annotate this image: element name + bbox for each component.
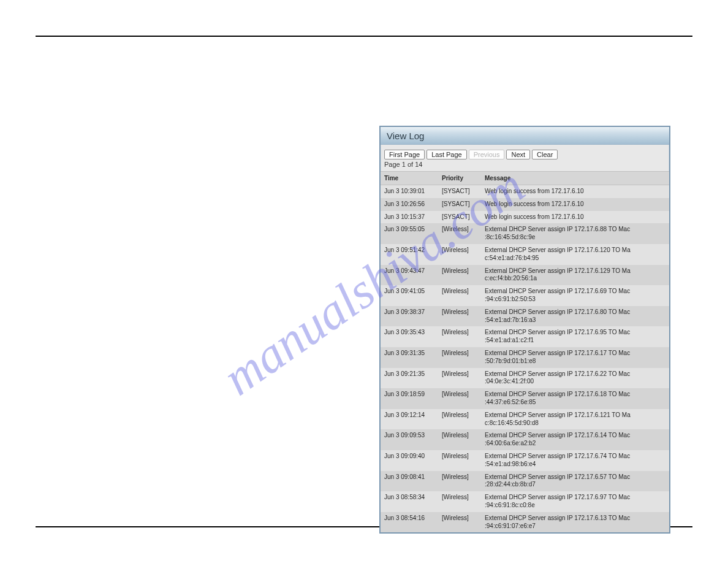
- cell-time: Jun 3 09:21:35: [381, 368, 438, 389]
- cell-message: External DHCP Server assign IP 172.17.6.…: [481, 326, 669, 347]
- cell-message: External DHCP Server assign IP 172.17.6.…: [481, 429, 669, 450]
- table-row: Jun 3 09:09:40[Wireless]External DHCP Se…: [381, 450, 669, 471]
- cell-priority: [Wireless]: [438, 306, 481, 327]
- col-header-priority: Priority: [438, 172, 481, 185]
- cell-priority: [Wireless]: [438, 409, 481, 430]
- table-row: Jun 3 09:12:14[Wireless]External DHCP Se…: [381, 409, 669, 430]
- cell-time: Jun 3 09:38:37: [381, 306, 438, 327]
- cell-message: Web login success from 172.17.6.10: [481, 198, 669, 211]
- cell-message: Web login success from 172.17.6.10: [481, 185, 669, 198]
- cell-message: Web login success from 172.17.6.10: [481, 211, 669, 224]
- table-row: Jun 3 09:09:53[Wireless]External DHCP Se…: [381, 429, 669, 450]
- cell-time: Jun 3 09:09:53: [381, 429, 438, 450]
- cell-message: External DHCP Server assign IP 172.17.6.…: [481, 223, 669, 244]
- cell-time: Jun 3 09:18:59: [381, 388, 438, 409]
- table-row: Jun 3 08:58:34[Wireless]External DHCP Se…: [381, 491, 669, 512]
- cell-priority: [Wireless]: [438, 471, 481, 492]
- cell-priority: [Wireless]: [438, 244, 481, 265]
- panel-titlebar: View Log: [381, 127, 669, 145]
- cell-message: External DHCP Server assign IP 172.17.6.…: [481, 306, 669, 327]
- cell-priority: [Wireless]: [438, 326, 481, 347]
- panel-title: View Log: [387, 131, 424, 141]
- cell-priority: [Wireless]: [438, 347, 481, 368]
- cell-message: External DHCP Server assign IP 172.17.6.…: [481, 450, 669, 471]
- cell-priority: [Wireless]: [438, 223, 481, 244]
- table-row: Jun 3 09:35:43[Wireless]External DHCP Se…: [381, 326, 669, 347]
- cell-message: External DHCP Server assign IP 172.17.6.…: [481, 388, 669, 409]
- cell-priority: [Wireless]: [438, 491, 481, 512]
- cell-message: External DHCP Server assign IP 172.17.6.…: [481, 285, 669, 306]
- cell-message: External DHCP Server assign IP 172.17.6.…: [481, 347, 669, 368]
- cell-time: Jun 3 09:41:05: [381, 285, 438, 306]
- cell-message: External DHCP Server assign IP 172.17.6.…: [481, 265, 669, 286]
- table-row: Jun 3 09:08:41[Wireless]External DHCP Se…: [381, 471, 669, 492]
- view-log-panel: View Log First Page Last Page Previous N…: [379, 126, 670, 534]
- table-row: Jun 3 09:38:37[Wireless]External DHCP Se…: [381, 306, 669, 327]
- log-table: Time Priority Message Jun 3 10:39:01[SYS…: [381, 171, 669, 532]
- cell-time: Jun 3 09:31:35: [381, 347, 438, 368]
- cell-time: Jun 3 09:55:05: [381, 223, 438, 244]
- cell-time: Jun 3 08:54:16: [381, 512, 438, 533]
- col-header-time: Time: [381, 172, 438, 185]
- table-row: Jun 3 10:26:56[SYSACT]Web login success …: [381, 198, 669, 211]
- table-header-row: Time Priority Message: [381, 172, 669, 185]
- table-row: Jun 3 10:39:01[SYSACT]Web login success …: [381, 185, 669, 198]
- page-info: Page 1 of 14: [381, 159, 669, 171]
- cell-time: Jun 3 08:58:34: [381, 491, 438, 512]
- cell-message: External DHCP Server assign IP 172.17.6.…: [481, 409, 669, 430]
- cell-message: External DHCP Server assign IP 172.17.6.…: [481, 244, 669, 265]
- cell-time: Jun 3 09:09:40: [381, 450, 438, 471]
- pagination-toolbar: First Page Last Page Previous Next Clear: [381, 145, 669, 159]
- previous-button: Previous: [469, 150, 505, 159]
- clear-button[interactable]: Clear: [532, 150, 558, 159]
- cell-time: Jun 3 09:35:43: [381, 326, 438, 347]
- divider-top: [36, 36, 692, 37]
- cell-message: External DHCP Server assign IP 172.17.6.…: [481, 368, 669, 389]
- table-row: Jun 3 09:43:47[Wireless]External DHCP Se…: [381, 265, 669, 286]
- cell-time: Jun 3 10:39:01: [381, 185, 438, 198]
- table-row: Jun 3 09:51:42[Wireless]External DHCP Se…: [381, 244, 669, 265]
- cell-priority: [Wireless]: [438, 429, 481, 450]
- last-page-button[interactable]: Last Page: [427, 150, 467, 159]
- table-row: Jun 3 10:15:37[SYSACT]Web login success …: [381, 211, 669, 224]
- cell-time: Jun 3 09:43:47: [381, 265, 438, 286]
- table-row: Jun 3 09:41:05[Wireless]External DHCP Se…: [381, 285, 669, 306]
- cell-priority: [SYSACT]: [438, 211, 481, 224]
- table-row: Jun 3 08:54:16[Wireless]External DHCP Se…: [381, 512, 669, 533]
- col-header-message: Message: [481, 172, 669, 185]
- cell-priority: [Wireless]: [438, 368, 481, 389]
- cell-time: Jun 3 09:12:14: [381, 409, 438, 430]
- first-page-button[interactable]: First Page: [384, 150, 425, 159]
- cell-message: External DHCP Server assign IP 172.17.6.…: [481, 491, 669, 512]
- cell-time: Jun 3 09:51:42: [381, 244, 438, 265]
- table-row: Jun 3 09:31:35[Wireless]External DHCP Se…: [381, 347, 669, 368]
- table-row: Jun 3 09:55:05[Wireless]External DHCP Se…: [381, 223, 669, 244]
- next-button[interactable]: Next: [506, 150, 530, 159]
- cell-priority: [Wireless]: [438, 450, 481, 471]
- cell-priority: [SYSACT]: [438, 198, 481, 211]
- cell-priority: [Wireless]: [438, 265, 481, 286]
- cell-priority: [SYSACT]: [438, 185, 481, 198]
- cell-time: Jun 3 10:26:56: [381, 198, 438, 211]
- cell-priority: [Wireless]: [438, 512, 481, 533]
- table-row: Jun 3 09:18:59[Wireless]External DHCP Se…: [381, 388, 669, 409]
- cell-priority: [Wireless]: [438, 388, 481, 409]
- table-row: Jun 3 09:21:35[Wireless]External DHCP Se…: [381, 368, 669, 389]
- cell-time: Jun 3 10:15:37: [381, 211, 438, 224]
- cell-message: External DHCP Server assign IP 172.17.6.…: [481, 512, 669, 533]
- cell-message: External DHCP Server assign IP 172.17.6.…: [481, 471, 669, 492]
- cell-priority: [Wireless]: [438, 285, 481, 306]
- cell-time: Jun 3 09:08:41: [381, 471, 438, 492]
